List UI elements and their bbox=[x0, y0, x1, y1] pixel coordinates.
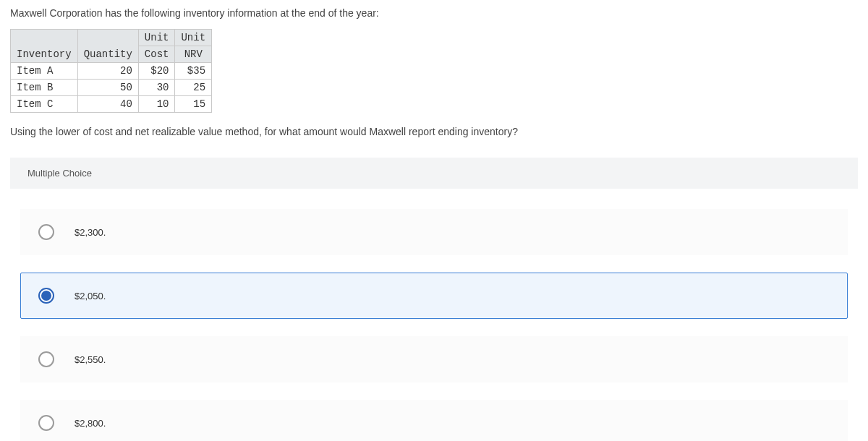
choice-option-4[interactable]: $2,800. bbox=[20, 400, 848, 441]
multiple-choice-label: Multiple Choice bbox=[10, 158, 858, 189]
cell-cost: 30 bbox=[138, 80, 175, 96]
cell-name: Item B bbox=[11, 80, 78, 96]
question-intro: Maxwell Corporation has the following in… bbox=[10, 7, 858, 19]
choice-option-3[interactable]: $2,550. bbox=[20, 336, 848, 382]
table-row: Item A 20 $20 $35 bbox=[11, 63, 212, 80]
cell-cost: $20 bbox=[138, 63, 175, 80]
radio-icon bbox=[38, 224, 54, 240]
cell-nrv: $35 bbox=[175, 63, 212, 80]
cell-nrv: 15 bbox=[175, 96, 212, 113]
radio-icon bbox=[38, 351, 54, 367]
cell-qty: 20 bbox=[77, 63, 138, 80]
cell-qty: 40 bbox=[77, 96, 138, 113]
radio-icon bbox=[38, 288, 54, 304]
cell-nrv: 25 bbox=[175, 80, 212, 96]
col-unit-nrv-top: Unit bbox=[175, 30, 212, 46]
choice-label: $2,050. bbox=[75, 291, 106, 301]
col-quantity: Quantity bbox=[77, 30, 138, 63]
col-unit-cost-bottom: Cost bbox=[138, 46, 175, 63]
cell-name: Item A bbox=[11, 63, 78, 80]
inventory-table: Inventory Quantity Unit Unit Cost NRV It… bbox=[10, 29, 212, 113]
choice-label: $2,550. bbox=[75, 354, 106, 365]
choice-label: $2,300. bbox=[75, 227, 106, 238]
cell-cost: 10 bbox=[138, 96, 175, 113]
table-row: Item C 40 10 15 bbox=[11, 96, 212, 113]
cell-name: Item C bbox=[11, 96, 78, 113]
choice-option-1[interactable]: $2,300. bbox=[20, 209, 848, 255]
choice-label: $2,800. bbox=[75, 418, 106, 429]
choice-option-2[interactable]: $2,050. bbox=[20, 273, 848, 319]
col-unit-nrv-bottom: NRV bbox=[175, 46, 212, 63]
question-followup: Using the lower of cost and net realizab… bbox=[10, 126, 858, 137]
col-inventory: Inventory bbox=[11, 30, 78, 63]
table-row: Item B 50 30 25 bbox=[11, 80, 212, 96]
cell-qty: 50 bbox=[77, 80, 138, 96]
col-unit-cost-top: Unit bbox=[138, 30, 175, 46]
radio-icon bbox=[38, 415, 54, 431]
